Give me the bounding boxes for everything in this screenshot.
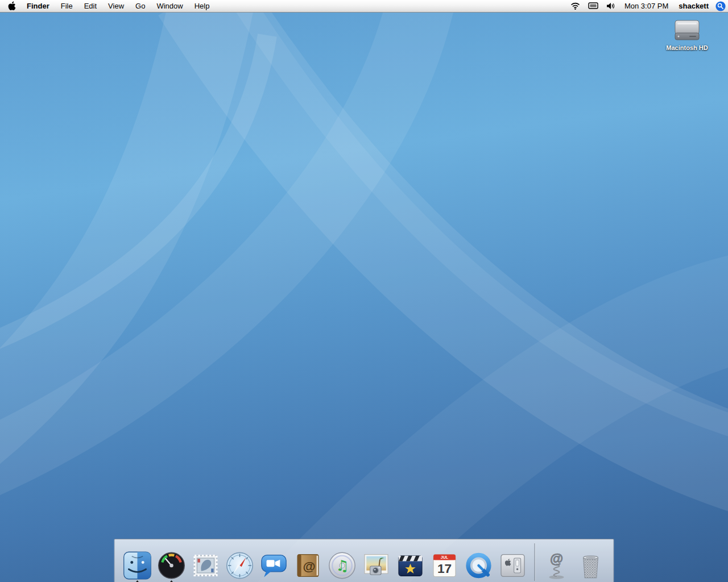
displays-icon bbox=[588, 2, 598, 10]
trash-icon bbox=[576, 550, 606, 581]
dock-item-safari[interactable] bbox=[223, 546, 257, 581]
wallpaper-swoosh-art bbox=[0, 13, 728, 582]
desktop-icon-label: Macintosh HD bbox=[666, 44, 708, 51]
dock-item-ical[interactable]: JUL 17 bbox=[428, 546, 462, 581]
safari-icon bbox=[225, 550, 255, 581]
apple-menu[interactable] bbox=[0, 0, 21, 12]
menu-item-help[interactable]: Help bbox=[189, 0, 216, 12]
menu-item-window[interactable]: Window bbox=[151, 0, 188, 12]
menu-item-edit[interactable]: Edit bbox=[78, 0, 102, 12]
displays-menu-extra[interactable] bbox=[584, 0, 602, 12]
dock-item-itunes[interactable]: ♫ bbox=[325, 546, 359, 581]
dock: @ ♫ bbox=[114, 539, 614, 582]
volume-menu-extra[interactable] bbox=[602, 0, 620, 12]
menu-bar: Finder File Edit View Go Window Help bbox=[0, 0, 728, 13]
at-spring-icon: @ bbox=[541, 550, 572, 581]
hard-drive-icon bbox=[672, 17, 702, 43]
wifi-menu-extra[interactable] bbox=[566, 0, 584, 12]
apple-logo-icon bbox=[8, 1, 16, 11]
dock-item-trash[interactable] bbox=[574, 546, 608, 581]
dock-item-mail[interactable] bbox=[189, 546, 223, 581]
menu-item-file[interactable]: File bbox=[55, 0, 78, 12]
dock-item-dashboard[interactable] bbox=[155, 546, 189, 581]
ical-day-text: 17 bbox=[437, 561, 452, 576]
imovie-icon bbox=[395, 550, 426, 581]
dock-item-iphoto[interactable] bbox=[359, 546, 394, 581]
menu-item-view[interactable]: View bbox=[102, 0, 130, 12]
dock-item-at-spring-link[interactable]: @ bbox=[540, 546, 574, 581]
dock-item-address-book[interactable]: @ bbox=[291, 546, 325, 581]
ichat-icon bbox=[259, 550, 289, 581]
spotlight-button[interactable] bbox=[714, 0, 727, 12]
desktop-icon-macintosh-hd[interactable]: Macintosh HD bbox=[656, 17, 718, 51]
system-preferences-icon bbox=[498, 550, 528, 581]
svg-text:♫: ♫ bbox=[336, 557, 349, 574]
svg-text:@: @ bbox=[303, 559, 316, 573]
quicktime-icon bbox=[464, 550, 494, 581]
dock-item-imovie[interactable] bbox=[394, 546, 428, 581]
svg-text:@: @ bbox=[550, 551, 563, 566]
dock-item-finder[interactable] bbox=[121, 546, 155, 581]
menu-item-finder[interactable]: Finder bbox=[21, 0, 55, 12]
ical-icon: JUL 17 bbox=[429, 550, 460, 581]
dock-separator bbox=[535, 543, 535, 581]
dock-item-system-preferences[interactable] bbox=[496, 546, 530, 581]
mail-icon bbox=[191, 550, 221, 581]
wifi-icon bbox=[570, 2, 580, 10]
dashboard-icon bbox=[156, 550, 187, 581]
ical-month-text: JUL bbox=[441, 555, 449, 559]
itunes-icon: ♫ bbox=[327, 550, 358, 581]
finder-icon bbox=[122, 550, 153, 581]
dock-item-quicktime[interactable] bbox=[462, 546, 496, 581]
iphoto-icon bbox=[361, 550, 392, 581]
desktop-background: Macintosh HD bbox=[0, 13, 728, 582]
address-book-icon: @ bbox=[293, 550, 324, 581]
user-switch-menu[interactable]: shackett bbox=[673, 0, 714, 12]
volume-icon bbox=[606, 2, 616, 10]
dock-item-ichat[interactable] bbox=[257, 546, 291, 581]
menu-item-go[interactable]: Go bbox=[130, 0, 151, 12]
clock-menu-extra[interactable]: Mon 3:07 PM bbox=[620, 0, 673, 12]
spotlight-icon bbox=[715, 1, 726, 11]
